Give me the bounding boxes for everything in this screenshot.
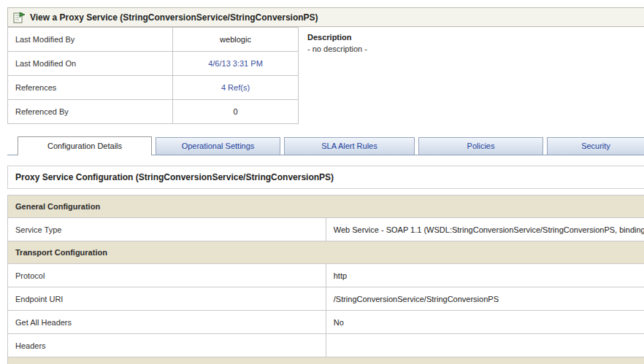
referenced-by-text: 0 — [233, 107, 237, 116]
last-modified-on-value: 4/6/13 3:31 PM — [173, 52, 299, 76]
tab-policies-label: Policies — [467, 142, 495, 150]
tab-operational-settings[interactable]: Operational Settings — [156, 137, 280, 155]
references-link[interactable]: 4 Ref(s) — [221, 83, 250, 92]
general-configuration-header: General Configuration — [8, 195, 644, 218]
table-row: Service Type Web Service - SOAP 1.1 (WSD… — [8, 218, 644, 241]
description-panel: Description - no description - — [299, 27, 644, 124]
table-row: Referenced By 0 — [8, 100, 299, 124]
referenced-by-value: 0 — [173, 100, 299, 124]
tab-policies[interactable]: Policies — [418, 137, 543, 155]
section-title-box: Proxy Service Configuration (StringConve… — [7, 166, 644, 189]
group-header-row-partial — [8, 357, 644, 364]
page-title: View a Proxy Service (StringConversionSe… — [30, 12, 318, 23]
table-row: Get All Headers No — [8, 311, 644, 334]
group-header-row: General Configuration — [8, 195, 644, 218]
references-value: 4 Ref(s) — [173, 76, 299, 100]
tab-configuration-details[interactable]: Configuration Details — [18, 136, 152, 155]
partial-group-header — [8, 357, 644, 364]
table-row: Last Modified By weblogic — [8, 28, 299, 52]
description-text: - no description - — [307, 44, 644, 53]
tab-bar: Configuration Details Operational Settin… — [7, 136, 644, 155]
headers-label: Headers — [8, 334, 326, 357]
last-modified-by-label: Last Modified By — [8, 28, 173, 52]
table-row: Endpoint URI /StringConversionService/St… — [8, 287, 644, 311]
proxy-service-icon — [12, 12, 26, 23]
group-header-row: Transport Configuration — [8, 241, 644, 264]
protocol-value: http — [326, 264, 644, 287]
table-row: Last Modified On 4/6/13 3:31 PM — [8, 52, 299, 76]
table-row: References 4 Ref(s) — [8, 76, 299, 100]
protocol-label: Protocol — [8, 264, 326, 287]
service-type-value: Web Service - SOAP 1.1 (WSDL:StringConve… — [326, 218, 644, 241]
tab-sla-alert-rules[interactable]: SLA Alert Rules — [284, 137, 415, 155]
transport-configuration-header: Transport Configuration — [8, 241, 644, 264]
references-label: References — [8, 76, 173, 100]
last-modified-by-text: weblogic — [220, 35, 251, 44]
table-row: Protocol http — [8, 264, 644, 287]
get-all-headers-value: No — [326, 311, 644, 334]
page-title-bar: View a Proxy Service (StringConversionSe… — [7, 7, 644, 27]
summary-table: Last Modified By weblogic Last Modified … — [7, 27, 299, 124]
summary-panel: Last Modified By weblogic Last Modified … — [7, 27, 644, 124]
configuration-table: General Configuration Service Type Web S… — [7, 195, 644, 364]
service-type-label: Service Type — [8, 218, 326, 241]
proxy-service-view-page: View a Proxy Service (StringConversionSe… — [0, 0, 644, 364]
endpoint-uri-value: /StringConversionService/StringConversio… — [326, 287, 644, 311]
last-modified-on-link[interactable]: 4/6/13 3:31 PM — [208, 59, 263, 68]
description-heading: Description — [307, 33, 644, 42]
last-modified-on-label: Last Modified On — [8, 52, 173, 76]
headers-value — [326, 334, 644, 357]
tab-security[interactable]: Security — [547, 137, 644, 155]
section-title: Proxy Service Configuration (StringConve… — [15, 172, 334, 182]
referenced-by-label: Referenced By — [8, 100, 173, 124]
endpoint-uri-label: Endpoint URI — [8, 287, 326, 311]
get-all-headers-label: Get All Headers — [8, 311, 326, 334]
table-row: Headers — [8, 334, 644, 357]
last-modified-by-value: weblogic — [173, 28, 299, 52]
